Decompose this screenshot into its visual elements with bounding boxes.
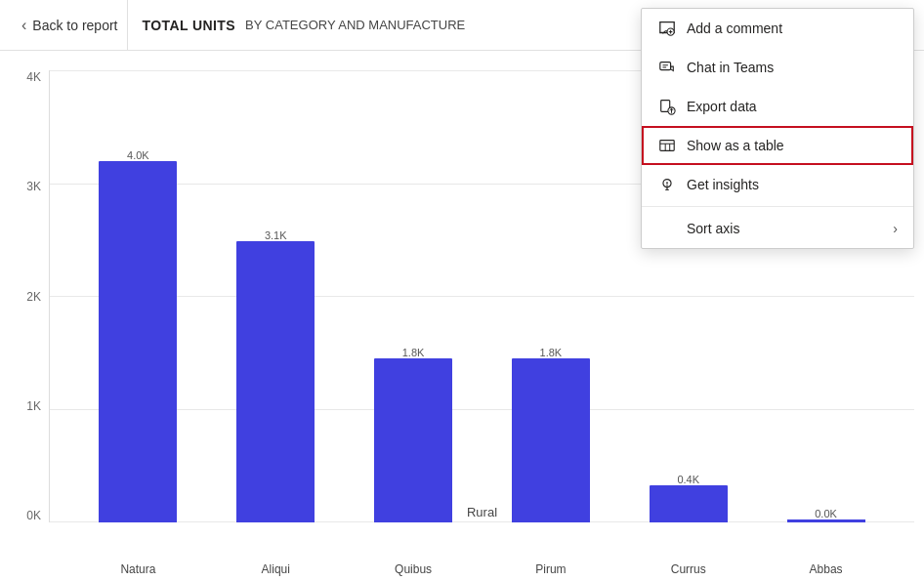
bar-label-pirum: Pirum	[535, 562, 566, 576]
y-axis: 4K 3K 2K 1K 0K	[0, 70, 49, 522]
back-to-report-button[interactable]: ‹ Back to report	[12, 0, 128, 50]
y-label-1k: 1K	[26, 399, 41, 413]
title-section: TOTAL UNITS BY CATEGORY AND MANUFACTURE	[142, 18, 465, 33]
get-insights-icon	[657, 175, 677, 194]
bar-rect-natura	[99, 161, 177, 522]
chart-subtitle: BY CATEGORY AND MANUFACTURE	[245, 18, 465, 32]
bar-quibus: 1.8K Quibus	[374, 347, 452, 522]
menu-label-show-as-table: Show as a table	[687, 138, 784, 153]
sort-axis-icon	[657, 219, 677, 238]
chart-title: TOTAL UNITS	[142, 18, 235, 33]
menu-item-get-insights[interactable]: Get insights	[642, 165, 913, 204]
context-menu: Add a comment Chat in Teams Export data	[641, 8, 914, 249]
menu-item-sort-axis[interactable]: Sort axis ›	[642, 209, 913, 248]
menu-label-chat-in-teams: Chat in Teams	[687, 60, 774, 75]
y-label-2k: 2K	[26, 290, 41, 304]
menu-item-show-as-table[interactable]: Show as a table	[642, 126, 913, 165]
bar-natura: 4.0K Natura	[99, 149, 177, 522]
y-label-3k: 3K	[26, 180, 41, 193]
y-label-0k: 0K	[26, 509, 41, 522]
svg-rect-3	[660, 62, 671, 70]
sort-axis-chevron-icon: ›	[893, 221, 898, 236]
y-label-4k: 4K	[26, 70, 41, 84]
menu-label-get-insights: Get insights	[687, 177, 759, 192]
bar-rect-aliqui	[236, 241, 315, 522]
bar-value-pirum: 1.8K	[540, 347, 563, 358]
bar-value-natura: 4.0K	[127, 149, 149, 161]
export-data-icon	[657, 97, 677, 116]
menu-divider	[642, 206, 913, 207]
bar-label-natura: Natura	[120, 562, 155, 576]
menu-item-add-comment[interactable]: Add a comment	[642, 9, 913, 48]
bar-label-quibus: Quibus	[395, 562, 432, 576]
show-as-table-icon	[657, 136, 677, 155]
menu-label-sort-axis: Sort axis	[687, 221, 739, 236]
bar-rect-pirum	[512, 358, 590, 522]
bar-aliqui: 3.1K Aliqui	[236, 229, 315, 522]
bar-label-aliqui: Aliqui	[262, 562, 290, 576]
add-comment-icon	[657, 19, 677, 38]
back-label: Back to report	[32, 18, 117, 33]
svg-rect-9	[660, 141, 674, 151]
bar-label-currus: Currus	[671, 562, 706, 576]
bar-value-aliqui: 3.1K	[265, 229, 287, 241]
chevron-left-icon: ‹	[21, 17, 26, 34]
bar-pirum: 1.8K Pirum	[512, 347, 590, 522]
menu-label-export-data: Export data	[687, 99, 757, 114]
bar-label-abbas: Abbas	[810, 562, 843, 576]
menu-item-export-data[interactable]: Export data	[642, 87, 913, 126]
menu-label-add-comment: Add a comment	[687, 21, 782, 36]
x-axis-category: Rural	[467, 505, 497, 523]
bar-rect-quibus	[374, 358, 452, 522]
chat-in-teams-icon	[657, 58, 677, 77]
svg-point-16	[666, 182, 668, 184]
bar-value-currus: 0.4K	[677, 474, 699, 485]
bar-value-quibus: 1.8K	[402, 347, 425, 358]
menu-item-chat-in-teams[interactable]: Chat in Teams	[642, 48, 913, 87]
